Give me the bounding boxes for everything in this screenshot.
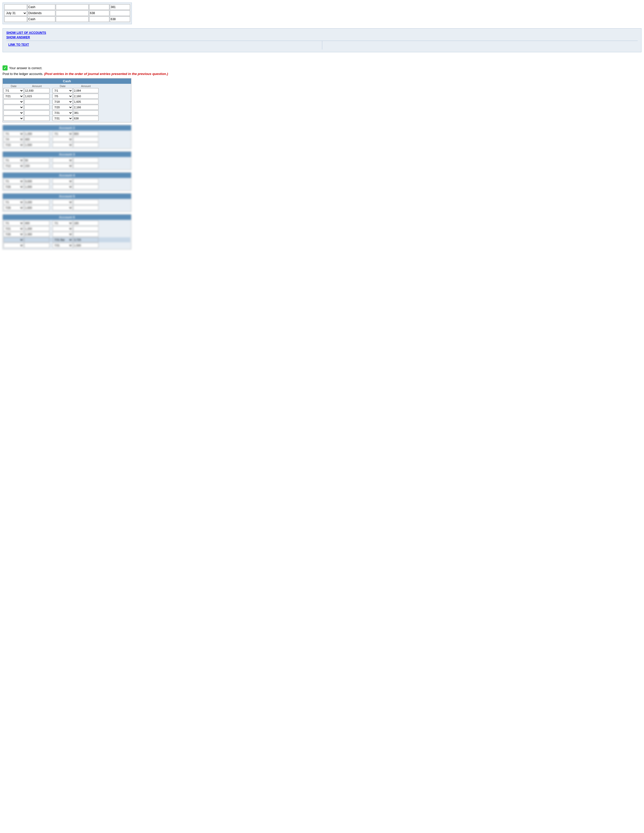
desc-1[interactable] (56, 4, 89, 10)
cash-right-amt-6[interactable] (73, 116, 98, 121)
ledger-body-3: 7/1 7/12 (3, 157, 131, 170)
journal-row-2: July 31 (4, 10, 130, 16)
ledger-body-5: 7/1 7/26 (3, 199, 131, 212)
empty-cell (322, 41, 638, 50)
ledger-body-6: 7/1 7/1 7/21 7/26 (3, 220, 131, 249)
row-2-1: 7/1 7/1 (3, 131, 130, 136)
cash-right-date-4[interactable]: 7/20 (53, 105, 73, 110)
row-6-balance: 7/31 Bal (3, 237, 130, 242)
ledger-cash-body: Date Amount Date Amount 7/1 7/1 7/21 7/5 (3, 84, 131, 122)
answer-section: ✓ Your answer is correct. Post to the le… (3, 65, 641, 76)
debit-2[interactable] (89, 10, 109, 16)
ledger-account-2: Account 2 7/1 7/1 7/4 7/15 (3, 125, 131, 149)
credit-3[interactable] (110, 16, 130, 22)
ledger-header-3: Account 3 (3, 152, 131, 157)
cash-left-amt-4[interactable] (24, 105, 50, 110)
journal-row-3 (4, 16, 130, 22)
divider-2 (50, 94, 52, 99)
date-blank-1[interactable] (4, 4, 27, 10)
cash-row-3: 7/18 (3, 99, 130, 104)
row-3-2: 7/12 (3, 163, 130, 168)
ledger-header-5: Account 5 (3, 194, 131, 199)
ledger-header-6: Account 6 (3, 215, 131, 220)
row-3-1: 7/1 (3, 158, 130, 163)
desc-2[interactable] (56, 10, 89, 16)
cash-left-date-2[interactable]: 7/21 (3, 94, 24, 99)
row-6-3: 7/26 (3, 232, 130, 237)
cash-right-amt-3[interactable] (73, 99, 98, 104)
cash-row-6: 7/31 (3, 116, 130, 121)
cash-left-date-1[interactable]: 7/1 (3, 88, 24, 93)
row-6-1: 7/1 7/1 (3, 220, 130, 226)
cash-left-date-3[interactable] (3, 99, 24, 104)
cash-left-date-6[interactable] (3, 116, 24, 121)
correct-text: Your answer is correct. (9, 66, 42, 70)
ledger-container: Cash Date Amount Date Amount 7/1 7/1 7/2… (3, 78, 131, 249)
debit-3[interactable] (89, 16, 109, 22)
ledger-account-6: Account 6 7/1 7/1 7/21 7/26 (3, 214, 131, 249)
link-to-text[interactable]: LINK TO TEXT (8, 43, 320, 47)
cash-right-date-5[interactable]: 7/31 (53, 110, 73, 115)
show-answer-link[interactable]: SHOW ANSWER (6, 35, 638, 39)
divider-3 (50, 99, 52, 104)
cash-left-amt-2[interactable] (24, 94, 50, 99)
cash-right-amt-5[interactable] (73, 110, 98, 115)
debit-1[interactable] (89, 4, 109, 10)
row-4-1: 7/1 (3, 179, 130, 184)
cash-right-amt-1[interactable] (73, 88, 98, 93)
cash-left-date-5[interactable] (3, 110, 24, 115)
desc-3[interactable] (56, 16, 89, 22)
link-to-text-cell: LINK TO TEXT (6, 41, 322, 50)
row-5-1: 7/1 (3, 199, 130, 205)
cash-right-amt-4[interactable] (73, 105, 98, 110)
ledger-header-2: Account 2 (3, 125, 131, 130)
row-6-totals: 7/31 (3, 243, 130, 248)
divider-5 (50, 110, 52, 115)
ledger-header-4: Account 4 (3, 173, 131, 178)
credit-1[interactable] (110, 4, 130, 10)
link-to-text-row: LINK TO TEXT (6, 41, 638, 50)
cash-right-date-6[interactable]: 7/31 (53, 116, 73, 121)
post-text: Post to the ledger accounts. (3, 72, 43, 76)
account-cash-3[interactable] (27, 16, 55, 22)
journal-row-1 (4, 4, 130, 10)
cash-right-date-1[interactable]: 7/1 (53, 88, 73, 93)
date-blank-3[interactable] (4, 16, 27, 22)
cash-row-2: 7/21 7/5 (3, 94, 130, 99)
account-dividends[interactable] (27, 10, 55, 16)
cash-left-amt-3[interactable] (24, 99, 50, 104)
ledger-cash-header: Cash (3, 79, 131, 84)
cash-left-amt-6[interactable] (24, 116, 50, 121)
checkmark-icon: ✓ (3, 65, 8, 71)
divider (50, 88, 52, 93)
cash-right-date-3[interactable]: 7/18 (53, 99, 73, 104)
row-2-2: 7/4 (3, 137, 130, 142)
cash-row-1: 7/1 7/1 (3, 88, 130, 93)
ledger-account-3: Account 3 7/1 7/12 (3, 151, 131, 170)
row-6-2: 7/21 (3, 226, 130, 231)
ledger-body-4: 7/1 7/26 (3, 178, 131, 191)
post-italic: (Post entries in the order of journal en… (44, 72, 168, 76)
credit-2[interactable] (110, 10, 130, 16)
ledger-col-headers: Date Amount Date Amount (3, 85, 130, 88)
account-cash-1[interactable] (27, 4, 55, 10)
ledger-cash: Cash Date Amount Date Amount 7/1 7/1 7/2… (3, 78, 131, 122)
cash-left-date-4[interactable] (3, 105, 24, 110)
cash-row-5: 7/31 (3, 110, 130, 115)
divider-4 (50, 105, 52, 110)
cash-left-amt-1[interactable] (24, 88, 50, 93)
show-list-link[interactable]: SHOW LIST OF ACCOUNTS (6, 31, 638, 35)
row-2-3: 7/15 (3, 142, 130, 148)
ledger-account-4: Account 4 7/1 7/26 (3, 172, 131, 191)
links-section: SHOW LIST OF ACCOUNTS SHOW ANSWER LINK T… (3, 28, 641, 52)
cash-right-amt-2[interactable] (73, 94, 98, 99)
row-5-2: 7/26 (3, 205, 130, 210)
ledger-account-5: Account 5 7/1 7/26 (3, 193, 131, 212)
row-4-2: 7/26 (3, 184, 130, 189)
blurred-accounts: Account 2 7/1 7/1 7/4 7/15 (3, 125, 131, 249)
ledger-body-2: 7/1 7/1 7/4 7/15 (3, 130, 131, 149)
cash-right-date-2[interactable]: 7/5 (53, 94, 73, 99)
date-select-july31[interactable]: July 31 (4, 10, 27, 16)
correct-check: ✓ Your answer is correct. (3, 65, 42, 71)
cash-left-amt-5[interactable] (24, 110, 50, 115)
